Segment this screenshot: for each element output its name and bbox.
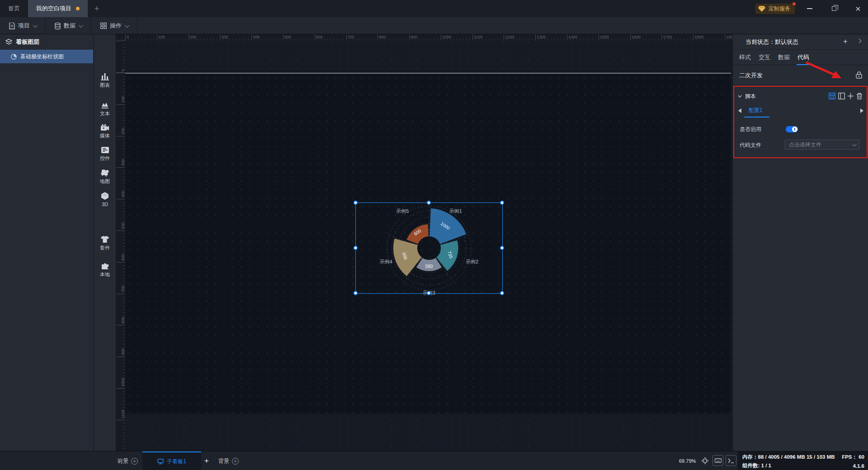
window-minimize-button[interactable]: [800, 0, 820, 17]
selection-handle[interactable]: [500, 246, 504, 250]
add-foreground-icon[interactable]: +: [131, 458, 138, 465]
h-ruler-label: 1700: [663, 35, 672, 39]
h-ruler-label: 900: [410, 35, 417, 39]
add-subboard-button[interactable]: +: [204, 451, 209, 470]
fit-screen-button[interactable]: [699, 455, 710, 466]
code-file-select[interactable]: 点击选择文件: [785, 140, 859, 150]
menu-data-label: 数据: [64, 22, 75, 30]
inspector-tab-交互[interactable]: 交互: [759, 50, 770, 65]
expand-states-button[interactable]: [859, 38, 862, 43]
table-view-button[interactable]: [829, 93, 835, 99]
selection-handle[interactable]: [500, 201, 504, 205]
shortcut-keys-button[interactable]: [712, 455, 723, 466]
h-ruler-label: 800: [379, 35, 386, 39]
chevron-right-icon: [859, 38, 862, 43]
scroll-right-icon[interactable]: [860, 108, 863, 113]
panel-view-button[interactable]: [838, 93, 845, 99]
menu-bar: 项目 数据 操作 发布 预览: [0, 17, 868, 34]
selection-handle[interactable]: [500, 291, 504, 295]
add-state-button[interactable]: +: [843, 37, 848, 46]
plus-icon: [847, 93, 854, 99]
tab-home-label: 首页: [8, 5, 20, 13]
vertical-ruler: 010020030040050060070080090010001100: [116, 41, 125, 451]
gem-icon: [758, 6, 765, 12]
foreground-label: 前景: [118, 457, 128, 465]
h-ruler-label: 400: [253, 35, 259, 39]
document-icon: [9, 23, 15, 29]
menu-project-label: 项目: [18, 22, 30, 30]
chevron-down-icon[interactable]: [738, 95, 742, 98]
console-button[interactable]: [726, 455, 736, 466]
foreground-layer-button[interactable]: 前景 +: [118, 451, 138, 470]
menu-data[interactable]: 数据: [46, 17, 91, 34]
selection-handle[interactable]: [427, 201, 431, 205]
background-label: 背景: [218, 457, 229, 465]
h-ruler-label: 1600: [632, 35, 641, 39]
map-icon: [100, 169, 109, 177]
component-tab-map[interactable]: 地图: [94, 169, 116, 185]
window-close-button[interactable]: ✕: [848, 0, 868, 17]
h-ruler-label: 1300: [537, 35, 546, 39]
secondary-dev-title: 二次开发: [739, 71, 763, 80]
inspector-tab-样式[interactable]: 样式: [739, 50, 751, 65]
inspector-tab-数据[interactable]: 数据: [778, 50, 790, 65]
selection-handle[interactable]: [354, 291, 358, 295]
media-icon: [100, 124, 109, 131]
table-icon: [829, 93, 835, 99]
lock-button[interactable]: [856, 71, 862, 79]
add-background-icon[interactable]: +: [232, 458, 239, 465]
component-tab-text[interactable]: 文本: [94, 101, 116, 117]
chevron-down-icon: [852, 142, 857, 146]
config-tab-1[interactable]: 配置1: [749, 107, 763, 114]
chevron-down-icon: [79, 23, 83, 28]
zoom-level[interactable]: 69.79%: [679, 451, 696, 470]
component-tab-local[interactable]: 本地: [94, 262, 116, 278]
kits-icon: [100, 235, 109, 243]
controls-icon: [101, 146, 109, 154]
scroll-left-icon[interactable]: [738, 108, 741, 113]
h-ruler-label: 1200: [505, 35, 514, 39]
h-ruler-label: 1500: [600, 35, 609, 39]
v-ruler-label: 200: [121, 128, 125, 135]
component-tab-label: 媒体: [100, 132, 110, 139]
3d-icon: [101, 192, 109, 200]
selection-handle[interactable]: [354, 201, 358, 205]
config-tab-underline: [744, 117, 769, 118]
component-tab-kits[interactable]: 套件: [94, 235, 116, 251]
component-tab-3d[interactable]: 3D: [94, 192, 116, 207]
inspector-tab-代码[interactable]: 代码: [797, 50, 809, 65]
component-tab-label: 控件: [100, 155, 110, 162]
background-layer-button[interactable]: 背景 +: [218, 451, 239, 470]
h-ruler-label: 1800: [694, 35, 703, 39]
component-tab-media[interactable]: 媒体: [94, 124, 116, 139]
database-icon: [55, 23, 61, 29]
v-ruler-label: 600: [121, 254, 125, 261]
horizontal-ruler: 0100200300400500600700800900100011001200…: [116, 34, 732, 41]
new-project-tab-button[interactable]: +: [88, 0, 106, 17]
selection-handle[interactable]: [427, 291, 431, 295]
component-bar: 图表文本媒体控件地图3D套件本地: [94, 34, 116, 451]
selection-box[interactable]: [355, 202, 503, 294]
custom-service-badge[interactable]: 定制服务: [755, 4, 795, 14]
script-section-title: 脚本: [745, 93, 756, 100]
component-tab-label: 3D: [102, 202, 108, 207]
subboard-tab[interactable]: 子看板1: [142, 451, 201, 470]
canvas-area[interactable]: 0100200300400500600700800900100011001200…: [116, 34, 732, 451]
zoom-level-value: 69.79%: [679, 458, 696, 464]
delete-config-button[interactable]: [856, 93, 863, 99]
selection-handle[interactable]: [354, 246, 358, 250]
h-ruler-label: 1900: [726, 35, 732, 39]
layer-item-polar-chart[interactable]: 基础极坐标柱状图: [0, 50, 93, 63]
tab-project-label: 我的空白项目: [36, 5, 71, 13]
component-tab-charts[interactable]: 图表: [94, 72, 116, 89]
tab-home[interactable]: 首页: [0, 0, 28, 17]
window-restore-button[interactable]: [824, 0, 844, 17]
menu-project[interactable]: 项目: [0, 17, 46, 34]
subboard-tab-label: 子看板1: [167, 458, 186, 465]
enable-toggle[interactable]: [786, 126, 798, 132]
add-config-button[interactable]: [847, 93, 854, 99]
columns-icon: [838, 93, 845, 99]
component-tab-controls[interactable]: 控件: [94, 146, 116, 162]
menu-actions[interactable]: 操作: [91, 17, 137, 34]
tab-project[interactable]: 我的空白项目: [28, 0, 88, 17]
